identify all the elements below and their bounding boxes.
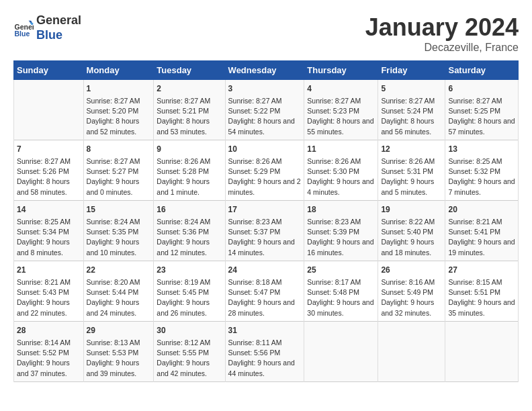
day-number: 31 xyxy=(228,324,302,336)
calendar-cell: 28Sunrise: 8:14 AMSunset: 5:52 PMDayligh… xyxy=(14,322,84,382)
day-number: 9 xyxy=(157,143,222,155)
column-header-tuesday: Tuesday xyxy=(154,61,225,80)
day-info: Sunrise: 8:23 AMSunset: 5:39 PMDaylight:… xyxy=(307,217,375,258)
day-number: 20 xyxy=(448,203,515,216)
day-info: Sunrise: 8:24 AMSunset: 5:35 PMDaylight:… xyxy=(87,217,151,258)
calendar-cell: 17Sunrise: 8:23 AMSunset: 5:37 PMDayligh… xyxy=(225,201,304,261)
calendar-cell: 19Sunrise: 8:22 AMSunset: 5:40 PMDayligh… xyxy=(378,201,445,261)
day-info: Sunrise: 8:27 AMSunset: 5:20 PMDaylight:… xyxy=(87,96,151,137)
logo-general-text: General xyxy=(36,13,81,28)
calendar-cell: 29Sunrise: 8:13 AMSunset: 5:53 PMDayligh… xyxy=(83,322,154,382)
day-info: Sunrise: 8:27 AMSunset: 5:21 PMDaylight:… xyxy=(157,96,222,137)
calendar-cell: 26Sunrise: 8:16 AMSunset: 5:49 PMDayligh… xyxy=(378,261,445,322)
title-area: January 2024 Decazeville, France xyxy=(365,13,519,54)
day-info: Sunrise: 8:27 AMSunset: 5:25 PMDaylight:… xyxy=(448,96,515,137)
calendar-cell xyxy=(14,80,84,140)
calendar-cell: 31Sunrise: 8:11 AMSunset: 5:56 PMDayligh… xyxy=(225,322,304,382)
day-number: 6 xyxy=(448,83,515,95)
day-number: 17 xyxy=(228,203,302,216)
day-number: 21 xyxy=(17,264,81,276)
calendar-week-row: 28Sunrise: 8:14 AMSunset: 5:52 PMDayligh… xyxy=(14,322,519,382)
calendar-cell: 9Sunrise: 8:26 AMSunset: 5:28 PMDaylight… xyxy=(154,140,225,201)
day-number: 15 xyxy=(87,203,151,216)
day-info: Sunrise: 8:27 AMSunset: 5:27 PMDaylight:… xyxy=(87,156,151,197)
calendar-cell xyxy=(378,322,445,382)
calendar-cell: 8Sunrise: 8:27 AMSunset: 5:27 PMDaylight… xyxy=(83,140,154,201)
calendar-cell: 16Sunrise: 8:24 AMSunset: 5:36 PMDayligh… xyxy=(154,201,225,261)
calendar-cell: 6Sunrise: 8:27 AMSunset: 5:25 PMDaylight… xyxy=(445,80,519,140)
day-number: 10 xyxy=(228,143,302,155)
day-info: Sunrise: 8:26 AMSunset: 5:30 PMDaylight:… xyxy=(307,156,375,197)
calendar-cell: 5Sunrise: 8:27 AMSunset: 5:24 PMDaylight… xyxy=(378,80,445,140)
day-info: Sunrise: 8:23 AMSunset: 5:37 PMDaylight:… xyxy=(228,217,302,258)
day-info: Sunrise: 8:27 AMSunset: 5:24 PMDaylight:… xyxy=(381,96,442,137)
calendar-week-row: 21Sunrise: 8:21 AMSunset: 5:43 PMDayligh… xyxy=(14,261,519,322)
calendar-cell: 20Sunrise: 8:21 AMSunset: 5:41 PMDayligh… xyxy=(445,201,519,261)
calendar-table: SundayMondayTuesdayWednesdayThursdayFrid… xyxy=(13,60,519,382)
day-number: 25 xyxy=(307,264,375,276)
day-info: Sunrise: 8:20 AMSunset: 5:44 PMDaylight:… xyxy=(87,277,151,318)
calendar-cell: 18Sunrise: 8:23 AMSunset: 5:39 PMDayligh… xyxy=(304,201,378,261)
day-info: Sunrise: 8:24 AMSunset: 5:36 PMDaylight:… xyxy=(157,217,222,258)
day-info: Sunrise: 8:18 AMSunset: 5:47 PMDaylight:… xyxy=(228,277,302,318)
day-info: Sunrise: 8:27 AMSunset: 5:22 PMDaylight:… xyxy=(228,96,302,137)
day-number: 22 xyxy=(87,264,151,276)
day-number: 14 xyxy=(17,203,81,216)
calendar-cell: 23Sunrise: 8:19 AMSunset: 5:45 PMDayligh… xyxy=(154,261,225,322)
calendar-cell: 10Sunrise: 8:26 AMSunset: 5:29 PMDayligh… xyxy=(225,140,304,201)
day-info: Sunrise: 8:27 AMSunset: 5:26 PMDaylight:… xyxy=(17,156,81,197)
day-info: Sunrise: 8:26 AMSunset: 5:29 PMDaylight:… xyxy=(228,156,302,197)
page-header: General Blue General Blue January 2024 D… xyxy=(13,13,519,54)
calendar-cell: 22Sunrise: 8:20 AMSunset: 5:44 PMDayligh… xyxy=(83,261,154,322)
day-number: 30 xyxy=(157,324,222,336)
day-number: 26 xyxy=(381,264,442,276)
day-number: 18 xyxy=(307,203,375,216)
column-header-sunday: Sunday xyxy=(14,61,84,80)
calendar-cell: 21Sunrise: 8:21 AMSunset: 5:43 PMDayligh… xyxy=(14,261,84,322)
day-info: Sunrise: 8:26 AMSunset: 5:28 PMDaylight:… xyxy=(157,156,222,197)
day-info: Sunrise: 8:21 AMSunset: 5:43 PMDaylight:… xyxy=(17,277,81,318)
logo-icon: General Blue xyxy=(13,18,34,38)
calendar-cell: 14Sunrise: 8:25 AMSunset: 5:34 PMDayligh… xyxy=(14,201,84,261)
day-info: Sunrise: 8:13 AMSunset: 5:53 PMDaylight:… xyxy=(87,338,151,379)
day-info: Sunrise: 8:27 AMSunset: 5:23 PMDaylight:… xyxy=(307,96,375,137)
column-header-wednesday: Wednesday xyxy=(225,61,304,80)
calendar-cell: 2Sunrise: 8:27 AMSunset: 5:21 PMDaylight… xyxy=(154,80,225,140)
calendar-cell: 15Sunrise: 8:24 AMSunset: 5:35 PMDayligh… xyxy=(83,201,154,261)
calendar-cell: 13Sunrise: 8:25 AMSunset: 5:32 PMDayligh… xyxy=(445,140,519,201)
day-info: Sunrise: 8:25 AMSunset: 5:32 PMDaylight:… xyxy=(448,156,515,197)
day-info: Sunrise: 8:17 AMSunset: 5:48 PMDaylight:… xyxy=(307,277,375,318)
month-title: January 2024 xyxy=(365,13,519,42)
day-number: 19 xyxy=(381,203,442,216)
day-number: 3 xyxy=(228,83,302,95)
day-number: 23 xyxy=(157,264,222,276)
day-number: 27 xyxy=(448,264,515,276)
location-title: Decazeville, France xyxy=(365,42,519,54)
calendar-cell: 7Sunrise: 8:27 AMSunset: 5:26 PMDaylight… xyxy=(14,140,84,201)
calendar-cell: 3Sunrise: 8:27 AMSunset: 5:22 PMDaylight… xyxy=(225,80,304,140)
column-header-saturday: Saturday xyxy=(445,61,519,80)
calendar-week-row: 7Sunrise: 8:27 AMSunset: 5:26 PMDaylight… xyxy=(14,140,519,201)
day-number: 11 xyxy=(307,143,375,155)
day-number: 24 xyxy=(228,264,302,276)
day-number: 29 xyxy=(87,324,151,336)
day-number: 12 xyxy=(381,143,442,155)
calendar-cell: 12Sunrise: 8:26 AMSunset: 5:31 PMDayligh… xyxy=(378,140,445,201)
calendar-week-row: 1Sunrise: 8:27 AMSunset: 5:20 PMDaylight… xyxy=(14,80,519,140)
day-info: Sunrise: 8:22 AMSunset: 5:40 PMDaylight:… xyxy=(381,217,442,258)
day-info: Sunrise: 8:21 AMSunset: 5:41 PMDaylight:… xyxy=(448,217,515,258)
calendar-cell: 24Sunrise: 8:18 AMSunset: 5:47 PMDayligh… xyxy=(225,261,304,322)
day-info: Sunrise: 8:14 AMSunset: 5:52 PMDaylight:… xyxy=(17,338,81,379)
day-number: 7 xyxy=(17,143,81,155)
day-number: 16 xyxy=(157,203,222,216)
day-number: 28 xyxy=(17,324,81,336)
logo-blue-text: Blue xyxy=(36,28,81,43)
calendar-header-row: SundayMondayTuesdayWednesdayThursdayFrid… xyxy=(14,61,519,80)
day-number: 4 xyxy=(307,83,375,95)
day-info: Sunrise: 8:19 AMSunset: 5:45 PMDaylight:… xyxy=(157,277,222,318)
calendar-week-row: 14Sunrise: 8:25 AMSunset: 5:34 PMDayligh… xyxy=(14,201,519,261)
calendar-cell: 4Sunrise: 8:27 AMSunset: 5:23 PMDaylight… xyxy=(304,80,378,140)
day-info: Sunrise: 8:11 AMSunset: 5:56 PMDaylight:… xyxy=(228,338,302,379)
svg-text:Blue: Blue xyxy=(15,30,30,38)
day-info: Sunrise: 8:16 AMSunset: 5:49 PMDaylight:… xyxy=(381,277,442,318)
